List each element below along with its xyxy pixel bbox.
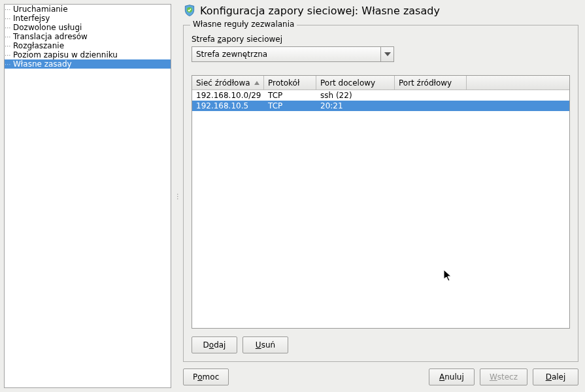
table-row[interactable]: 192.168.10.5TCP20:21 xyxy=(192,101,569,111)
sidebar-item-label: Translacja adresów xyxy=(13,32,88,41)
sidebar-item-5[interactable]: ⋯Poziom zapisu w dzienniku xyxy=(5,50,171,59)
groupbox-label: Własne reguły zezwalania xyxy=(190,20,297,29)
sidebar-item-label: Uruchamianie xyxy=(13,5,68,14)
allow-rules-group: Własne reguły zezwalania Strefa zapory s… xyxy=(183,25,578,362)
col-dest-port[interactable]: Port docelowy xyxy=(316,76,395,90)
cell-dport: ssh (22) xyxy=(316,91,395,100)
tree-branch-icon: ⋯ xyxy=(5,42,10,50)
shield-check-icon xyxy=(183,4,196,17)
zone-select[interactable]: Strefa zewnętrzna xyxy=(192,46,394,62)
tree-branch-icon: ⋯ xyxy=(5,52,10,59)
cell-src: 192.168.10.0/29 xyxy=(192,91,264,100)
table-header: Sieć źródłowa Protokół Port docelowy Por… xyxy=(192,76,569,90)
help-button[interactable]: Pomoc xyxy=(183,368,229,385)
col-spacer xyxy=(467,76,569,90)
splitter[interactable]: ⋮ xyxy=(175,0,180,392)
tree-branch-icon: ⋯ xyxy=(5,24,10,31)
footer: Pomoc Anuluj Wstecz Dalej xyxy=(183,368,578,385)
tree-branch-icon: ⋯ xyxy=(5,6,10,13)
nav-tree: ⋯Uruchamianie ⋯Interfejsy ⋯Dozwolone usł… xyxy=(4,4,171,388)
tree-branch-icon: ⋯ xyxy=(5,61,10,68)
sidebar-item-label: Poziom zapisu w dzienniku xyxy=(13,50,118,59)
sidebar-item-4[interactable]: ⋯Rozgłaszanie xyxy=(5,41,171,50)
rules-table[interactable]: Sieć źródłowa Protokół Port docelowy Por… xyxy=(192,75,570,329)
zone-label: Strefa zapory sieciowej xyxy=(192,35,570,44)
sidebar-item-6[interactable]: ⋯Własne zasady xyxy=(5,59,171,69)
delete-button[interactable]: Usuń xyxy=(242,336,288,353)
main-panel: Konfiguracja zapory sieciowej: Własne za… xyxy=(180,0,585,392)
col-source-port[interactable]: Port źródłowy xyxy=(395,76,467,90)
col-protocol[interactable]: Protokół xyxy=(264,76,316,90)
tree-branch-icon: ⋯ xyxy=(5,15,10,22)
next-button[interactable]: Dalej xyxy=(533,368,578,385)
sidebar-item-1[interactable]: ⋯Interfejsy xyxy=(5,14,171,23)
back-button[interactable]: Wstecz xyxy=(480,368,527,385)
table-body: 192.168.10.0/29TCPssh (22)192.168.10.5TC… xyxy=(192,90,569,328)
sidebar-item-2[interactable]: ⋯Dozwolone usługi xyxy=(5,23,171,32)
cell-dport: 20:21 xyxy=(316,101,395,110)
tree-branch-icon: ⋯ xyxy=(5,33,10,41)
cell-proto: TCP xyxy=(264,91,316,100)
cell-src: 192.168.10.5 xyxy=(192,101,264,110)
sidebar: ⋯Uruchamianie ⋯Interfejsy ⋯Dozwolone usł… xyxy=(0,0,175,392)
sidebar-item-label: Rozgłaszanie xyxy=(13,41,64,50)
cell-proto: TCP xyxy=(264,101,316,110)
cancel-button[interactable]: Anuluj xyxy=(429,368,475,385)
table-row[interactable]: 192.168.10.0/29TCPssh (22) xyxy=(192,90,569,101)
sidebar-item-label: Interfejsy xyxy=(13,14,50,23)
sidebar-item-label: Własne zasady xyxy=(13,59,72,69)
add-button[interactable]: Dodaj xyxy=(192,336,237,353)
zone-select-value: Strefa zewnętrzna xyxy=(192,47,380,61)
sidebar-item-label: Dozwolone usługi xyxy=(13,23,82,32)
sidebar-item-0[interactable]: ⋯Uruchamianie xyxy=(5,5,171,14)
page-title: Konfiguracja zapory sieciowej: Własne za… xyxy=(200,5,440,17)
chevron-down-icon[interactable] xyxy=(380,47,393,61)
sidebar-item-3[interactable]: ⋯Translacja adresów xyxy=(5,32,171,41)
col-source-network[interactable]: Sieć źródłowa xyxy=(192,76,264,90)
